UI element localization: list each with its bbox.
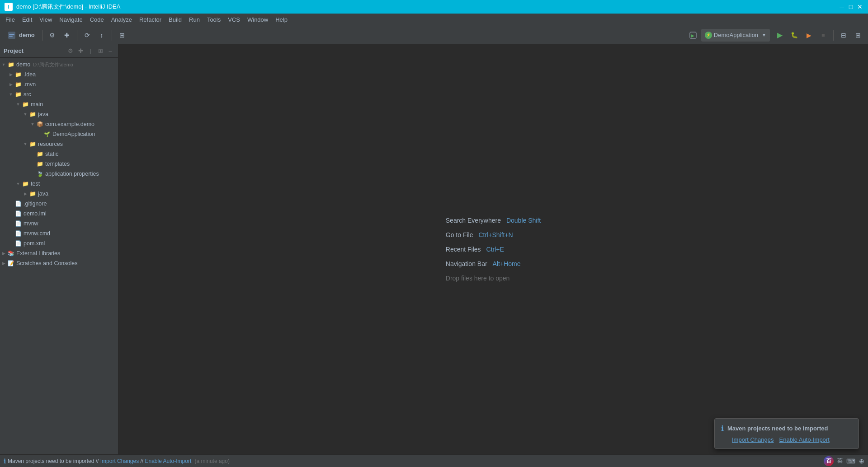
- tree-arrow-resources: ▼: [22, 142, 29, 146]
- tree-item-pom.xml[interactable]: 📄pom.xml: [0, 238, 118, 248]
- tree-item-templates[interactable]: 📁templates: [0, 159, 118, 169]
- status-import-link[interactable]: Import Changes: [100, 458, 139, 464]
- go-to-file-label: Go to File: [446, 231, 473, 238]
- status-plus-icon: ⊕: [859, 458, 864, 465]
- sidebar-gear-btn[interactable]: ⚙: [66, 47, 75, 55]
- menu-build[interactable]: Build: [165, 14, 185, 26]
- tree-item-mvn[interactable]: ▶📁.mvn: [0, 79, 118, 89]
- menu-bar: File Edit View Navigate Code Analyze Ref…: [0, 14, 868, 26]
- iml-icon: 📄: [14, 210, 22, 217]
- sidebar-layout-btn[interactable]: ⊞: [96, 47, 104, 55]
- folder-icon: 📁: [36, 151, 43, 157]
- notification-header: ℹ Maven projects need to be imported: [721, 424, 852, 433]
- tree-label-static: static: [45, 151, 58, 157]
- menu-analyze[interactable]: Analyze: [108, 14, 136, 26]
- menu-edit[interactable]: Edit: [19, 14, 36, 26]
- stop-button[interactable]: ■: [817, 29, 830, 42]
- sidebar-separator-btn: |: [86, 47, 94, 55]
- menu-code[interactable]: Code: [86, 14, 108, 26]
- tree-item-test[interactable]: ▼📁test: [0, 179, 118, 189]
- tree-item-static[interactable]: 📁static: [0, 149, 118, 159]
- toolbar-expand-btn[interactable]: ↕: [95, 29, 108, 42]
- tree-arrow-java-test: ▶: [22, 191, 29, 196]
- menu-vcs[interactable]: VCS: [224, 14, 244, 26]
- toolbar-run-config-dropdown[interactable]: ▶: [687, 29, 699, 42]
- menu-refactor[interactable]: Refactor: [136, 14, 165, 26]
- tree-item-mvnw[interactable]: 📄mvnw: [0, 219, 118, 229]
- tree-item-demo-root[interactable]: ▼📁demoD:\腾讯文件\demo: [0, 60, 118, 70]
- toolbar-extra-btn[interactable]: ⊞: [852, 29, 864, 42]
- menu-tools[interactable]: Tools: [203, 14, 224, 26]
- notification-autoimport-link[interactable]: Enable Auto-Import: [779, 436, 830, 443]
- run-button[interactable]: ▶: [774, 29, 786, 42]
- git-icon: 📄: [14, 201, 22, 207]
- go-to-file-shortcut[interactable]: Ctrl+Shift+N: [478, 231, 513, 238]
- folder-src-icon: 📁: [29, 111, 36, 117]
- status-language[interactable]: 英: [837, 457, 843, 465]
- toolbar-diff-btn[interactable]: ⊟: [837, 29, 850, 42]
- debug-button[interactable]: 🐛: [788, 29, 801, 42]
- status-keyboard-icon: ⌨: [846, 458, 855, 465]
- folder-test-icon: 📁: [29, 191, 36, 197]
- pom-icon: 📄: [14, 240, 22, 247]
- tree-label-mvn: .mvn: [24, 81, 36, 88]
- menu-view[interactable]: View: [36, 14, 56, 26]
- tree-arrow-mvn: ▶: [7, 82, 14, 87]
- sidebar-add-btn[interactable]: ✚: [76, 47, 85, 55]
- menu-help[interactable]: Help: [272, 14, 291, 26]
- status-autoimport-link[interactable]: Enable Auto-Import: [145, 458, 192, 464]
- tree-item-idea[interactable]: ▶📁.idea: [0, 70, 118, 79]
- close-button[interactable]: ✕: [856, 3, 863, 10]
- editor-area: Search Everywhere Double Shift Go to Fil…: [118, 44, 868, 454]
- tree-item-.gitignore[interactable]: 📄.gitignore: [0, 199, 118, 209]
- tree-item-java[interactable]: ▼📁java: [0, 109, 118, 119]
- welcome-content: Search Everywhere Double Shift Go to Fil…: [446, 217, 541, 282]
- tree-label-external-libraries: External Libraries: [16, 250, 60, 257]
- tree-item-demo.iml[interactable]: 📄demo.iml: [0, 209, 118, 219]
- tree-label-src: src: [24, 91, 31, 98]
- sidebar-collapse-btn[interactable]: –: [106, 47, 114, 55]
- recent-files-shortcut[interactable]: Ctrl+E: [486, 246, 504, 253]
- minimize-button[interactable]: ─: [838, 3, 845, 10]
- baidu-icon[interactable]: 百: [824, 456, 834, 466]
- run-config-selector[interactable]: ⚡ DemoApplication ▼: [701, 29, 770, 42]
- scratch-icon: 📝: [7, 260, 14, 266]
- tree-arrow-external-libraries: ▶: [0, 251, 7, 256]
- toolbar-sync-btn[interactable]: ⟳: [81, 29, 94, 42]
- tree-label-java-test: java: [38, 191, 48, 197]
- toolbar-settings-btn[interactable]: ⚙: [46, 29, 59, 42]
- search-everywhere-shortcut[interactable]: Double Shift: [506, 217, 541, 224]
- toolbar-add-btn[interactable]: ✚: [61, 29, 73, 42]
- tree-item-scratches[interactable]: ▶📝Scratches and Consoles: [0, 258, 118, 268]
- tree-item-com.example.demo[interactable]: ▼📦com.example.demo: [0, 119, 118, 129]
- tree-label-application.properties: application.properties: [45, 171, 99, 177]
- tree-item-main[interactable]: ▼📁main: [0, 99, 118, 109]
- navigation-bar-shortcut[interactable]: Alt+Home: [493, 260, 521, 267]
- menu-file[interactable]: File: [2, 14, 19, 26]
- tree-arrow-main: ▼: [14, 102, 22, 107]
- toolbar-layout-btn[interactable]: ⊞: [116, 29, 128, 42]
- tree-item-resources[interactable]: ▼📁resources: [0, 139, 118, 149]
- recent-files-label: Recent Files: [446, 246, 481, 253]
- status-right: 百 英 ⌨ ⊕: [824, 456, 864, 466]
- tree-item-application.properties[interactable]: 🍃application.properties: [0, 169, 118, 179]
- file-icon: 📄: [14, 220, 22, 227]
- menu-window[interactable]: Window: [244, 14, 272, 26]
- menu-run[interactable]: Run: [185, 14, 203, 26]
- tree-item-src[interactable]: ▼📁src: [0, 89, 118, 99]
- tree-item-java-test[interactable]: ▶📁java: [0, 189, 118, 199]
- coverage-button[interactable]: ▶: [802, 29, 815, 42]
- tree-item-mvnw.cmd[interactable]: 📄mvnw.cmd: [0, 229, 118, 238]
- folder-res-icon: 📁: [29, 141, 36, 147]
- tree-item-external-libraries[interactable]: ▶📚External Libraries: [0, 248, 118, 258]
- menu-navigate[interactable]: Navigate: [56, 14, 86, 26]
- spring-run-icon: ⚡: [705, 32, 712, 39]
- run-config-dropdown-arrow: ▼: [762, 33, 766, 37]
- search-everywhere-row: Search Everywhere Double Shift: [446, 217, 541, 224]
- tree-item-DemoApplication[interactable]: 🌱DemoApplication: [0, 129, 118, 139]
- status-message: Maven projects need to be imported // Im…: [8, 458, 822, 464]
- tree-arrow-test: ▼: [14, 182, 22, 186]
- notification-import-link[interactable]: Import Changes: [732, 436, 774, 443]
- maximize-button[interactable]: □: [847, 3, 854, 10]
- notification-title: Maven projects need to be imported: [727, 425, 828, 432]
